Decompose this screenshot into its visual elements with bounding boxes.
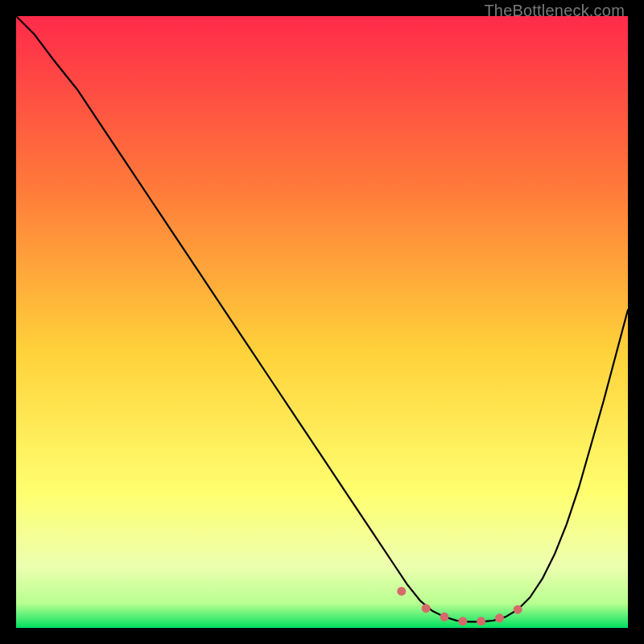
optimal-marker — [514, 605, 522, 614]
optimal-marker — [477, 617, 485, 625]
gradient-background — [16, 16, 628, 628]
optimal-marker — [397, 587, 406, 596]
watermark-text: TheBottleneck.com — [484, 2, 625, 20]
optimal-marker — [458, 617, 467, 625]
optimal-marker — [440, 613, 449, 621]
chart-plot — [16, 16, 628, 628]
optimal-marker — [422, 604, 431, 613]
optimal-marker — [495, 613, 504, 622]
chart-frame — [16, 16, 628, 628]
